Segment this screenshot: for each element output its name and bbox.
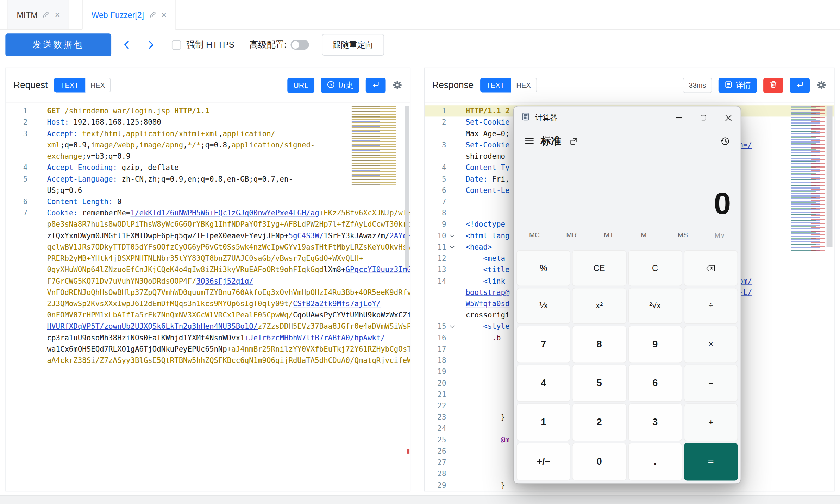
- memory-dropdown-button[interactable]: M∨: [701, 225, 738, 245]
- request-header: Request TEXT HEX URL 历史: [6, 68, 410, 102]
- advanced-config-toggle[interactable]: [291, 40, 309, 50]
- zero-key[interactable]: 0: [572, 443, 626, 481]
- response-view-switch: TEXT HEX: [480, 78, 537, 92]
- tab-web-fuzzer[interactable]: Web Fuzzer[2] ×: [82, 0, 176, 30]
- minimize-button[interactable]: [666, 106, 691, 129]
- memory-button-row: MCMRM+M−MSM∨: [514, 223, 740, 245]
- request-panel: Request TEXT HEX URL 历史: [5, 68, 410, 492]
- tab-hex[interactable]: HEX: [511, 78, 537, 92]
- horizontal-scrollbar[interactable]: [0, 495, 840, 504]
- eight-key[interactable]: 8: [572, 326, 626, 363]
- nine-key[interactable]: 9: [628, 326, 682, 363]
- six-key[interactable]: 6: [628, 365, 682, 402]
- equals-key[interactable]: =: [684, 443, 738, 481]
- minimap[interactable]: [791, 106, 825, 251]
- add-key[interactable]: +: [684, 404, 738, 441]
- tab-text[interactable]: TEXT: [54, 78, 85, 92]
- keep-on-top-icon[interactable]: [566, 133, 582, 149]
- three-key[interactable]: 3: [628, 404, 682, 441]
- request-title: Request: [13, 80, 48, 90]
- seven-key[interactable]: 7: [516, 326, 571, 363]
- minimap[interactable]: [352, 106, 402, 185]
- memory-add-button[interactable]: M+: [590, 225, 627, 245]
- error-marker: [407, 449, 409, 454]
- calculator-titlebar[interactable]: 计算器: [514, 106, 740, 129]
- one-key[interactable]: 1: [516, 404, 571, 441]
- clock-icon: [327, 80, 335, 90]
- request-editor[interactable]: 1GET /​shirodemo_war/​login.jsp HTTP/​1.…: [6, 103, 410, 491]
- fold-chevron-icon[interactable]: [446, 321, 458, 332]
- response-title: Response: [432, 80, 474, 90]
- calculator-title: 计算器: [535, 113, 557, 123]
- response-header: Response TEXT HEX 33ms 详情: [425, 68, 834, 102]
- close-icon[interactable]: ×: [161, 10, 167, 19]
- delete-button[interactable]: [763, 77, 783, 93]
- two-key[interactable]: 2: [572, 404, 626, 441]
- editor-line: 4Accept-Encoding: gzip, deflate: [6, 162, 410, 173]
- editor-line: 7Cookie: rememberMe=1/​ekKId1Z6uNWPH5W6+…: [6, 207, 410, 366]
- memory-clear-button[interactable]: MC: [516, 225, 553, 245]
- divide-key[interactable]: ÷: [684, 288, 738, 324]
- tab-mitm[interactable]: MITM ×: [7, 0, 69, 29]
- editor-line: 3Accept: text/​html,application/​xhtml+​…: [6, 128, 410, 162]
- percent-key[interactable]: %: [516, 250, 571, 286]
- history-icon[interactable]: [716, 132, 734, 150]
- reciprocal-key[interactable]: ⅟x: [516, 288, 571, 324]
- enter-icon: [372, 80, 380, 90]
- editor-line: 2Host: 192.168.168.125:8080: [6, 116, 410, 128]
- five-key[interactable]: 5: [572, 365, 626, 402]
- tab-text[interactable]: TEXT: [480, 78, 511, 92]
- fold-chevron-icon[interactable]: [446, 230, 458, 241]
- subtract-key[interactable]: −: [684, 365, 738, 402]
- multiply-key[interactable]: ×: [684, 326, 738, 363]
- four-key[interactable]: 4: [516, 365, 571, 402]
- clear-entry-key[interactable]: CE: [572, 250, 626, 286]
- newline-button[interactable]: [790, 77, 810, 93]
- edit-icon[interactable]: [149, 11, 156, 18]
- close-icon[interactable]: ×: [55, 10, 60, 19]
- square-key[interactable]: x²: [572, 288, 626, 324]
- advanced-config-label: 高级配置:: [250, 39, 287, 50]
- request-view-switch: TEXT HEX: [54, 78, 111, 92]
- memory-recall-button[interactable]: MR: [553, 225, 590, 245]
- forward-icon[interactable]: [143, 36, 159, 54]
- scrollbar[interactable]: [827, 106, 833, 247]
- tab-web-fuzzer-label: Web Fuzzer[2]: [92, 10, 144, 19]
- maximize-button[interactable]: [691, 106, 716, 129]
- detail-button-label: 详情: [736, 80, 751, 90]
- history-button[interactable]: 历史: [321, 77, 359, 93]
- back-icon[interactable]: [119, 36, 135, 54]
- detail-icon: [725, 80, 733, 90]
- request-editor-lines: 1GET /​shirodemo_war/​login.jsp HTTP/​1.…: [6, 105, 410, 366]
- tab-hex[interactable]: HEX: [85, 78, 111, 92]
- calculator-keypad: %CEC⅟xx²²√x÷789×456−123++/−0.=: [516, 250, 738, 480]
- calculator-icon: [521, 112, 530, 123]
- square-root-key[interactable]: ²√x: [628, 288, 682, 324]
- newline-button[interactable]: [366, 77, 386, 93]
- calculator-navbar: 标准: [514, 129, 740, 153]
- gear-icon[interactable]: [816, 80, 826, 90]
- close-button[interactable]: [716, 106, 741, 129]
- scrollbar[interactable]: [405, 106, 409, 268]
- force-https-checkbox[interactable]: [172, 40, 181, 49]
- clear-key[interactable]: C: [628, 250, 682, 286]
- edit-icon[interactable]: [42, 11, 50, 18]
- follow-redirect-button[interactable]: 跟随重定向: [322, 34, 384, 56]
- backspace-key[interactable]: [684, 250, 738, 286]
- enter-icon: [796, 80, 804, 90]
- detail-button[interactable]: 详情: [719, 77, 757, 93]
- gear-icon[interactable]: [392, 80, 402, 90]
- decimal-key[interactable]: .: [628, 443, 682, 481]
- negate-key[interactable]: +/−: [516, 443, 571, 481]
- memory-store-button[interactable]: MS: [664, 225, 701, 245]
- calculator-display: 0: [514, 153, 740, 223]
- memory-subtract-button[interactable]: M−: [627, 225, 664, 245]
- menu-icon[interactable]: [520, 132, 539, 150]
- latency-badge: 33ms: [683, 77, 712, 93]
- backspace-icon: [706, 263, 716, 273]
- calculator-mode-label: 标准: [541, 134, 561, 148]
- fold-chevron-icon[interactable]: [446, 241, 458, 253]
- send-packet-button[interactable]: 发送数据包: [5, 33, 111, 56]
- editor-line: 6Content-Length: 0: [6, 196, 410, 207]
- url-button[interactable]: URL: [287, 77, 314, 93]
